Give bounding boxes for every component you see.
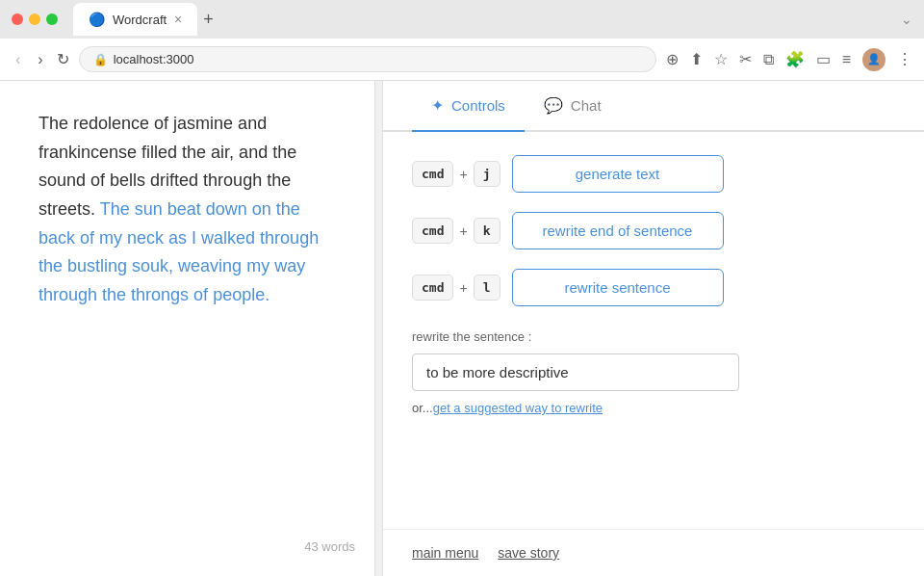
copy-icon[interactable]: ⧉ xyxy=(763,51,774,68)
cmd-key-1: cmd xyxy=(412,161,453,187)
controls-body: cmd + j generate text cmd + k rewrite en… xyxy=(383,132,924,529)
browser-window: 🔵 Wordcraft × + ⌄ ‹ › ↻ 🔒 localhost:3000… xyxy=(0,0,924,576)
back-button[interactable]: ‹ xyxy=(12,47,24,72)
l-key: l xyxy=(474,275,500,301)
more-options-icon[interactable]: ⋮ xyxy=(897,50,912,68)
zoom-icon[interactable]: ⊕ xyxy=(666,50,679,68)
tab-controls[interactable]: ✦ Controls xyxy=(412,81,525,132)
plus-1: + xyxy=(459,167,467,182)
rewrite-label: rewrite the sentence : xyxy=(412,329,895,344)
main-menu-link[interactable]: main menu xyxy=(412,545,478,561)
main-content: The redolence of jasmine and frankincens… xyxy=(0,81,924,576)
window-chevron-icon: ⌄ xyxy=(901,12,912,27)
editor-panel[interactable]: The redolence of jasmine and frankincens… xyxy=(0,81,375,576)
panel-footer: main menu save story xyxy=(383,529,924,576)
sidebar-icon[interactable]: ▭ xyxy=(816,50,831,68)
generate-text-button[interactable]: generate text xyxy=(512,155,724,193)
bookmark-icon[interactable]: ☆ xyxy=(714,50,728,68)
extensions-icon[interactable]: 🧩 xyxy=(785,50,805,68)
url-text: localhost:3000 xyxy=(114,52,194,66)
sparkle-icon: ✦ xyxy=(431,96,444,115)
nav-icons: ⊕ ⬆ ☆ ✂ ⧉ 🧩 ▭ ≡ 👤 ⋮ xyxy=(666,48,912,71)
chat-icon: 💬 xyxy=(544,96,563,115)
minimize-button[interactable] xyxy=(29,13,40,25)
controls-panel: ✦ Controls 💬 Chat cmd + j generate xyxy=(383,81,924,576)
tab-controls-label: Controls xyxy=(451,97,505,114)
forward-button[interactable]: › xyxy=(34,47,46,72)
rewrite-input[interactable] xyxy=(412,353,739,391)
tab-bar: 🔵 Wordcraft × + xyxy=(73,3,893,36)
rewrite-section: rewrite the sentence : or...get a sugges… xyxy=(412,329,895,415)
k-key: k xyxy=(474,218,500,244)
plus-3: + xyxy=(459,280,467,296)
share-icon[interactable]: ⬆ xyxy=(690,50,703,68)
rewrite-sentence-button[interactable]: rewrite sentence xyxy=(512,269,724,306)
close-button[interactable] xyxy=(12,13,23,25)
tab-title: Wordcraft xyxy=(113,13,167,27)
control-row-rewrite-end: cmd + k rewrite end of sentence xyxy=(412,212,895,249)
shortcut-rewrite-end: cmd + k xyxy=(412,218,500,244)
tab-chat-label: Chat xyxy=(571,97,602,114)
cmd-key-2: cmd xyxy=(412,218,453,244)
maximize-button[interactable] xyxy=(46,13,58,25)
j-key: j xyxy=(474,161,500,187)
control-row-rewrite: cmd + l rewrite sentence xyxy=(412,269,895,306)
reading-list-icon[interactable]: ≡ xyxy=(842,51,851,68)
cmd-key-3: cmd xyxy=(412,275,453,301)
lock-icon: 🔒 xyxy=(93,53,108,66)
new-tab-button[interactable]: + xyxy=(203,10,214,30)
plus-2: + xyxy=(459,223,467,239)
refresh-button[interactable]: ↻ xyxy=(57,50,69,68)
save-story-link[interactable]: save story xyxy=(498,545,559,561)
panel-tabs: ✦ Controls 💬 Chat xyxy=(383,81,924,132)
url-bar[interactable]: 🔒 localhost:3000 xyxy=(79,46,656,72)
traffic-lights xyxy=(12,13,58,25)
rewrite-end-button[interactable]: rewrite end of sentence xyxy=(512,212,724,249)
suggest-rewrite-link[interactable]: get a suggested way to rewrite xyxy=(433,401,603,415)
nav-bar: ‹ › ↻ 🔒 localhost:3000 ⊕ ⬆ ☆ ✂ ⧉ 🧩 ▭ ≡ 👤… xyxy=(0,39,924,81)
scroll-divider xyxy=(375,81,383,576)
tab-favicon: 🔵 xyxy=(89,12,105,27)
cut-icon[interactable]: ✂ xyxy=(739,50,752,68)
active-tab[interactable]: 🔵 Wordcraft × xyxy=(73,3,197,36)
avatar[interactable]: 👤 xyxy=(862,48,886,71)
control-row-generate: cmd + j generate text xyxy=(412,155,895,193)
shortcut-rewrite: cmd + l xyxy=(412,275,500,301)
title-bar: 🔵 Wordcraft × + ⌄ xyxy=(0,0,924,39)
word-count: 43 words xyxy=(304,537,355,557)
tab-close-button[interactable]: × xyxy=(174,12,182,27)
shortcut-generate: cmd + j xyxy=(412,161,500,187)
rewrite-or: or...get a suggested way to rewrite xyxy=(412,401,895,415)
tab-chat[interactable]: 💬 Chat xyxy=(525,81,621,132)
